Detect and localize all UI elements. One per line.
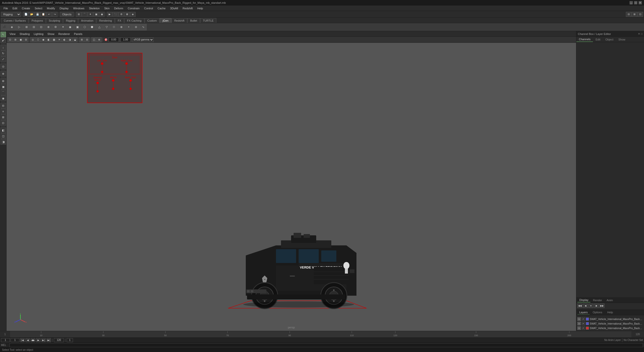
- new-file-btn[interactable]: 📄: [23, 12, 29, 17]
- vp-menu-panels[interactable]: Panels: [72, 32, 84, 35]
- shelf-tab-turtle[interactable]: TURTLE: [200, 18, 217, 23]
- shelf-icon-18[interactable]: ⚬: [125, 24, 132, 30]
- vt-frame-input[interactable]: [109, 37, 119, 42]
- shelf-tab-rigging[interactable]: Rigging: [63, 18, 78, 23]
- rig-steering-circle[interactable]: [96, 82, 99, 84]
- menu-redshift[interactable]: Redshift: [181, 6, 195, 10]
- wireframe-btn[interactable]: ◫: [1, 133, 6, 139]
- rotate-tool[interactable]: ↻: [1, 51, 6, 56]
- goto-end-btn[interactable]: ▶|: [47, 338, 51, 342]
- menu-select[interactable]: Select: [33, 6, 45, 10]
- menu-file[interactable]: File: [2, 6, 10, 10]
- rig-back-door-diamond[interactable]: [129, 87, 132, 90]
- redo-btn[interactable]: ↪: [52, 12, 58, 17]
- snap-point-btn[interactable]: ✦: [88, 12, 93, 17]
- vp-menu-view[interactable]: View: [8, 32, 17, 35]
- shelf-icon-17[interactable]: ⊗: [118, 24, 125, 30]
- paint-tool[interactable]: 🖌: [1, 37, 6, 43]
- shelf-tab-jgen[interactable]: jGen: [160, 18, 171, 23]
- select-tool[interactable]: ↖: [1, 32, 6, 37]
- display-mode2[interactable]: ≡: [1, 109, 6, 114]
- shelf-icon-15[interactable]: ▽: [103, 24, 110, 30]
- layer-row-2[interactable]: V P SWAT_Vehicle_International_MaxxPro_B…: [577, 321, 643, 326]
- menu-display[interactable]: Display: [58, 6, 71, 10]
- anim-tab[interactable]: Anim: [605, 298, 615, 302]
- snap-curve-btn[interactable]: ⌒: [82, 12, 87, 17]
- shelf-icon-3[interactable]: ▷: [16, 24, 23, 30]
- shelf-tab-rendering[interactable]: Rendering: [96, 18, 115, 23]
- vt-texture[interactable]: ▩: [51, 37, 56, 42]
- shelf-icon-8[interactable]: ⚙: [52, 24, 59, 30]
- menu-edit[interactable]: Edit: [11, 6, 19, 10]
- right-icon2[interactable]: ⊞: [632, 12, 637, 17]
- layer-btn-4[interactable]: ▶: [594, 303, 599, 308]
- shelf-icon-2[interactable]: ◈: [8, 24, 15, 30]
- rp-close-btn[interactable]: ✕: [638, 32, 640, 35]
- shelf-tab-redshift[interactable]: Redshift: [172, 18, 187, 23]
- shelf-tab-animation[interactable]: Animation: [78, 18, 96, 23]
- vt-shadows[interactable]: ◐: [62, 37, 67, 42]
- shelf-tab-fx[interactable]: FX: [115, 18, 124, 23]
- shelf-icon-16[interactable]: ☉: [110, 24, 117, 30]
- shelf-tab-curves[interactable]: Curves / Surfaces: [1, 18, 28, 23]
- layer-vis-2[interactable]: V: [577, 322, 581, 325]
- vt-wireframe[interactable]: ⬡: [35, 37, 41, 42]
- vt-isolate[interactable]: ◎: [30, 37, 35, 42]
- vt-smooth[interactable]: ◉: [41, 37, 46, 42]
- layer-row-1[interactable]: V P SWAT_Vehicle_International_MaxxPro_B…: [577, 317, 643, 321]
- vt-colorspace[interactable]: sRGB gamma: [132, 37, 154, 42]
- right-icon1[interactable]: ⊟: [626, 12, 631, 17]
- rig-left-door[interactable]: Left_Door: [97, 59, 107, 73]
- layers-tab[interactable]: Layers: [577, 310, 590, 315]
- help-tab[interactable]: Help: [605, 310, 615, 315]
- display-mode1[interactable]: ⊟: [1, 103, 6, 108]
- vp-menu-lighting[interactable]: Lighting: [32, 32, 45, 35]
- rig-left-door-diamond[interactable]: [101, 70, 103, 73]
- layer-row-3[interactable]: V P SWAT_Vehicle_International_MaxxPro_B…: [577, 326, 643, 330]
- mode-dropdown[interactable]: Rigging Animation Modeling: [1, 12, 21, 17]
- timeline-track[interactable]: 10 30 50 70 90 110 120 150 200: [10, 331, 631, 337]
- shelf-tab-custom[interactable]: Custom: [145, 18, 160, 23]
- menu-deform[interactable]: Deform: [112, 6, 125, 10]
- goto-start-btn[interactable]: |◀: [20, 338, 25, 342]
- ipr-btn[interactable]: ⬛: [113, 12, 118, 17]
- frame-current-input[interactable]: [11, 338, 19, 342]
- frame-step-input[interactable]: [67, 338, 73, 342]
- right-icon3[interactable]: ⊡: [637, 12, 643, 17]
- step-forward-btn[interactable]: ▶|: [41, 338, 46, 342]
- vt-cam-select2[interactable]: ⊟: [23, 37, 28, 42]
- snap-curve[interactable]: ⌒: [1, 90, 6, 95]
- menu-create[interactable]: Create: [20, 6, 32, 10]
- shelf-icon-19[interactable]: ⊖: [132, 24, 139, 30]
- menu-skin[interactable]: Skin: [102, 6, 111, 10]
- shelf-icon-11[interactable]: ▣: [74, 24, 81, 30]
- menu-modify[interactable]: Modify: [45, 6, 57, 10]
- shelf-icon-13[interactable]: ⬟: [89, 24, 96, 30]
- shelf-icon-6[interactable]: ⊡: [37, 24, 45, 30]
- soft-select[interactable]: ◎: [1, 64, 6, 69]
- menu-help[interactable]: Help: [195, 6, 205, 10]
- vp-menu-renderer[interactable]: Renderer: [57, 32, 71, 35]
- shelf-icon-9[interactable]: ✦: [59, 24, 66, 30]
- rp-tab-show[interactable]: Show: [616, 37, 628, 42]
- move-tool[interactable]: ↕: [1, 45, 6, 50]
- rig-back-door-circle[interactable]: [129, 79, 132, 82]
- layer-vis-3[interactable]: V: [577, 326, 581, 330]
- minimize-button[interactable]: _: [629, 1, 633, 5]
- display-tab[interactable]: Display: [577, 298, 590, 302]
- rp-tab-object[interactable]: Object: [603, 37, 616, 42]
- vt-xray[interactable]: ◫: [91, 37, 96, 42]
- rig-wheel[interactable]: Wheel: [110, 76, 117, 92]
- vt-lights[interactable]: ☀: [57, 37, 62, 42]
- vt-xray-joints[interactable]: ⊕: [97, 37, 102, 42]
- rig-wheel-circle[interactable]: [112, 79, 114, 82]
- snap-pts[interactable]: ⊞: [1, 78, 6, 84]
- play-back-btn[interactable]: ◀▶: [31, 338, 35, 342]
- mel-input[interactable]: [10, 343, 643, 347]
- rig-steering-diamond[interactable]: [96, 90, 99, 93]
- shelf-tab-sculpting[interactable]: Sculpting: [46, 18, 63, 23]
- menu-3dsall[interactable]: 3DsAll: [168, 6, 180, 10]
- vt-cam-frame[interactable]: ▣: [18, 37, 23, 42]
- frame-start-input[interactable]: [1, 338, 10, 342]
- rig-left-door-circle[interactable]: [101, 62, 103, 65]
